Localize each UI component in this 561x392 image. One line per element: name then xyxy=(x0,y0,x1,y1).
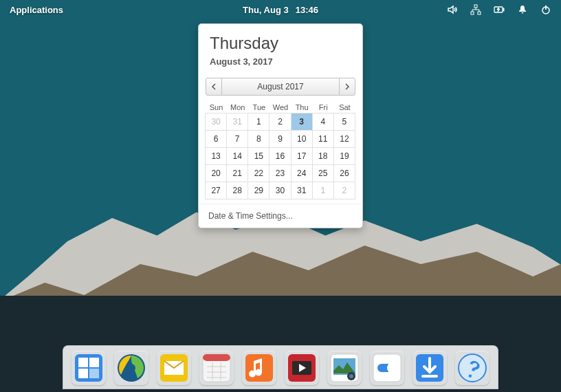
weekday-header: Mon xyxy=(227,101,248,113)
calendar-day-cell[interactable]: 4 xyxy=(312,113,334,131)
clock-time: 13:46 xyxy=(296,5,318,15)
weekday-header: Wed xyxy=(270,101,291,113)
dock-photos[interactable] xyxy=(327,351,362,385)
weekday-header: Tue xyxy=(248,101,270,113)
network-icon[interactable] xyxy=(470,4,481,15)
calendar-day-cell[interactable]: 11 xyxy=(312,130,334,148)
dock-web-browser[interactable] xyxy=(114,351,148,385)
calendar-day-cell[interactable]: 27 xyxy=(205,182,227,199)
calendar-day-cell[interactable]: 21 xyxy=(226,164,248,182)
calendar-day-cell[interactable]: 29 xyxy=(248,182,270,199)
dock-calendar-app[interactable] xyxy=(199,351,234,385)
svg-rect-0 xyxy=(474,5,477,8)
calendar-day-cell[interactable]: 19 xyxy=(333,147,355,165)
svg-rect-10 xyxy=(78,369,88,378)
sound-icon[interactable] xyxy=(447,4,458,15)
calendar-day-cell[interactable]: 2 xyxy=(333,182,355,199)
calendar-day-cell[interactable]: 1 xyxy=(248,113,270,131)
svg-rect-8 xyxy=(78,358,88,367)
calendar-day-cell[interactable]: 10 xyxy=(291,130,313,148)
calendar-day-cell[interactable]: 12 xyxy=(333,130,355,148)
calendar-day-cell[interactable]: 8 xyxy=(248,130,270,148)
svg-rect-2 xyxy=(478,12,481,14)
calendar-day-cell[interactable]: 26 xyxy=(333,164,355,182)
calendar-day-cell[interactable]: 23 xyxy=(269,164,291,182)
dock-switchboard[interactable] xyxy=(370,351,404,385)
top-bar: Applications Thu, Aug 3 13:46 xyxy=(0,0,561,19)
calendar-day-cell[interactable]: 20 xyxy=(205,164,227,182)
weekday-header: Sat xyxy=(334,101,355,113)
dock-music[interactable] xyxy=(242,351,276,385)
svg-rect-11 xyxy=(89,369,99,378)
svg-rect-9 xyxy=(89,358,99,367)
calendar-day-cell[interactable]: 7 xyxy=(226,130,248,148)
dock-videos[interactable] xyxy=(285,351,319,385)
calendar-day-cell[interactable]: 1 xyxy=(312,182,334,199)
calendar-day-cell[interactable]: 13 xyxy=(205,147,227,165)
calendar-day-cell[interactable]: 2 xyxy=(269,113,291,131)
calendar-day-cell[interactable]: 30 xyxy=(269,182,291,199)
calendar-day-cell[interactable]: 9 xyxy=(269,130,291,148)
prev-month-button[interactable] xyxy=(206,78,222,96)
next-month-button[interactable] xyxy=(339,78,355,96)
dock-help[interactable] xyxy=(455,351,490,385)
calendar-day-cell[interactable]: 28 xyxy=(226,182,248,199)
dock xyxy=(63,345,498,389)
notifications-icon[interactable] xyxy=(517,4,528,15)
svg-rect-23 xyxy=(245,354,273,382)
datetime-settings-button[interactable]: Date & Time Settings... xyxy=(199,204,362,228)
clock-indicator[interactable]: Thu, Aug 3 13:46 xyxy=(243,5,318,15)
month-label[interactable]: August 2017 xyxy=(222,78,339,96)
calendar-day-cell[interactable]: 25 xyxy=(312,164,334,182)
weekday-header: Thu xyxy=(292,101,313,113)
battery-icon[interactable] xyxy=(494,4,505,15)
calendar-day-cell[interactable]: 3 xyxy=(291,113,313,131)
calendar-day-cell[interactable]: 31 xyxy=(291,182,313,199)
power-icon[interactable] xyxy=(540,4,551,15)
dock-appcenter[interactable] xyxy=(412,351,447,385)
svg-point-29 xyxy=(349,374,353,378)
calendar-day-cell[interactable]: 5 xyxy=(333,113,355,131)
calendar-nav: August 2017 xyxy=(206,78,355,96)
weekday-header: Fri xyxy=(313,101,334,113)
svg-point-13 xyxy=(127,364,135,372)
calendar-day-cell[interactable]: 24 xyxy=(291,164,313,182)
clock-date: Thu, Aug 3 xyxy=(243,5,289,15)
calendar-full-date: August 3, 2017 xyxy=(210,56,351,67)
calendar-day-name: Thursday xyxy=(210,34,351,53)
calendar-grid: SunMonTueWedThuFriSat 303112345678910111… xyxy=(206,101,355,199)
calendar-day-cell[interactable]: 31 xyxy=(226,113,248,131)
svg-rect-1 xyxy=(471,12,474,14)
calendar-day-cell[interactable]: 16 xyxy=(269,147,291,165)
calendar-day-cell[interactable]: 22 xyxy=(248,164,270,182)
calendar-day-cell[interactable]: 14 xyxy=(226,147,248,165)
applications-menu[interactable]: Applications xyxy=(10,5,63,15)
dock-multitasking-view[interactable] xyxy=(72,351,106,385)
calendar-popover: Thursday August 3, 2017 August 2017 SunM… xyxy=(198,23,363,228)
calendar-day-cell[interactable]: 18 xyxy=(312,147,334,165)
calendar-day-cell[interactable]: 6 xyxy=(205,130,227,148)
weekday-header: Sun xyxy=(206,101,227,113)
svg-point-32 xyxy=(387,362,398,373)
calendar-day-cell[interactable]: 15 xyxy=(248,147,270,165)
calendar-day-cell[interactable]: 30 xyxy=(205,113,227,131)
svg-rect-17 xyxy=(203,354,230,361)
dock-mail[interactable] xyxy=(157,351,191,385)
svg-rect-4 xyxy=(503,8,505,11)
calendar-day-cell[interactable]: 17 xyxy=(291,147,313,165)
